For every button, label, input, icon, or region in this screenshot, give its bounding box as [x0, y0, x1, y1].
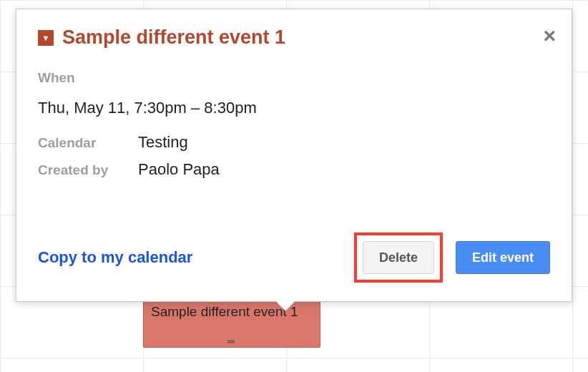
- drag-handle-icon[interactable]: ═: [225, 339, 239, 343]
- delete-button[interactable]: Delete: [363, 241, 434, 274]
- event-details-popup: × ▼ Sample different event 1 When Thu, M…: [16, 9, 572, 302]
- edit-event-button[interactable]: Edit event: [456, 241, 550, 274]
- when-label: When: [38, 70, 550, 86]
- event-title-row: ▼ Sample different event 1: [38, 26, 550, 49]
- popup-footer: Copy to my calendar Delete Edit event: [38, 232, 550, 283]
- calendar-color-chip-icon[interactable]: ▼: [38, 30, 54, 46]
- delete-button-highlight: Delete: [354, 232, 443, 283]
- popup-pointer-icon: [275, 300, 295, 310]
- copy-to-my-calendar-link[interactable]: Copy to my calendar: [38, 248, 192, 267]
- calendar-value: Testing: [138, 133, 550, 152]
- created-by-label: Created by: [38, 162, 138, 178]
- close-icon[interactable]: ×: [543, 25, 556, 46]
- event-title: Sample different event 1: [62, 26, 285, 49]
- when-value: Thu, May 11, 7:30pm – 8:30pm: [38, 99, 550, 117]
- calendar-label: Calendar: [38, 135, 138, 151]
- created-by-value: Paolo Papa: [138, 160, 550, 179]
